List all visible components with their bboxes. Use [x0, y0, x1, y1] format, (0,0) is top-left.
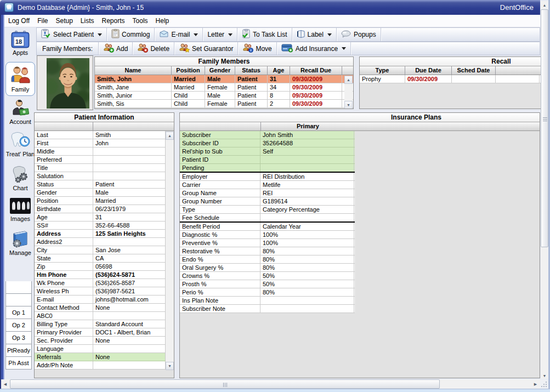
insurance-row[interactable]: Subscriber Note — [180, 305, 355, 313]
menu-item[interactable]: Reports — [98, 17, 129, 25]
patient-info-row[interactable]: Address2 — [35, 238, 166, 246]
patient-info-row[interactable]: Wk Phone (536)265-8587 — [35, 279, 166, 287]
insurance-row[interactable]: Rel'ship to Sub Self — [180, 147, 355, 156]
resize-grip[interactable] — [540, 379, 548, 389]
insurance-row[interactable]: Group Number G189614 — [180, 197, 355, 206]
menu-item[interactable]: Help — [152, 17, 173, 25]
insurance-row[interactable]: Prosth % 50% — [180, 280, 355, 288]
email-dropdown-arrow[interactable] — [194, 33, 198, 36]
patient-info-row[interactable]: SS# 352-66-4588 — [35, 221, 166, 230]
add-insurance-dropdown-arrow[interactable] — [342, 47, 346, 50]
patient-info-row[interactable]: Hm Phone (536)624-5871 — [35, 271, 166, 279]
patient-info-row[interactable]: Referrals None — [35, 353, 166, 361]
set-guarantor-button[interactable]: Set Guarantor — [174, 42, 237, 55]
recall-row[interactable]: Prophy 09/30/2009 — [360, 75, 541, 83]
insurance-row[interactable]: Carrier Metlife — [180, 181, 355, 189]
menu-item[interactable]: Lists — [77, 17, 98, 25]
operatory-button[interactable] — [5, 281, 32, 294]
patient-info-row[interactable]: State CA — [35, 254, 166, 263]
insurance-row[interactable]: Employer REI Distribution — [180, 173, 355, 181]
insurance-row[interactable]: Oral Surgery % 80% — [180, 264, 355, 272]
letter-dropdown-arrow[interactable] — [228, 33, 233, 36]
insurance-row[interactable]: Patient ID — [180, 156, 355, 164]
insurance-row[interactable]: Fee Schedule — [180, 214, 355, 223]
move-member-button[interactable]: Move — [238, 42, 276, 55]
patient-info-row[interactable]: Gender Male — [35, 189, 166, 197]
patient-info-row[interactable]: First John — [35, 139, 166, 147]
add-member-button[interactable]: Add — [99, 42, 132, 55]
patient-info-row[interactable]: Primary Provider DOC1 - Albert, Brian — [35, 328, 166, 337]
operatory-button[interactable]: Op 2 — [5, 319, 32, 332]
patient-info-row[interactable]: ABC0 — [35, 312, 166, 320]
family-member-row[interactable]: Smith, John Married Male Patient 31 09/3… — [95, 75, 353, 83]
patient-info-row[interactable]: Billing Type Standard Account — [35, 320, 166, 328]
menu-item[interactable]: Log Off — [4, 17, 33, 25]
insurance-row[interactable]: Type Category Percentage — [180, 206, 355, 214]
family-grid-scrollbar[interactable]: ▲ ▼ — [344, 76, 353, 109]
menu-item[interactable]: Tools — [129, 17, 152, 25]
commlog-button[interactable]: Commlog — [107, 28, 154, 41]
patient-info-row[interactable]: City San Jose — [35, 246, 166, 254]
select-patient-dropdown-arrow[interactable] — [98, 33, 102, 36]
popups-button[interactable]: Popups — [337, 28, 381, 41]
patient-info-row[interactable]: Wireless Ph (536)987-5621 — [35, 287, 166, 296]
window-horizontal-scrollbar[interactable]: ◀ ▶ — [1, 379, 540, 389]
patient-info-row[interactable]: Birthdate 06/23/1979 — [35, 205, 166, 213]
insurance-row[interactable]: Restorative % 80% — [180, 247, 355, 255]
operatory-button[interactable]: Op 3 — [5, 332, 32, 344]
delete-member-button[interactable]: Delete — [133, 42, 174, 55]
sidebar-item-treatplan[interactable]: Treat' Plan — [4, 132, 36, 157]
patient-info-row[interactable]: Position Married — [35, 197, 166, 205]
window-vertical-scrollbar[interactable]: ▲ ▼ — [541, 1, 548, 379]
scroll-up-icon[interactable]: ▲ — [166, 132, 174, 140]
sidebar-item-appts[interactable]: 18 Appts — [4, 31, 36, 56]
sidebar-item-manage[interactable]: Manage — [4, 230, 36, 256]
scroll-down-icon[interactable]: ▼ — [166, 362, 174, 370]
insurance-row[interactable]: Group Name REI — [180, 189, 355, 197]
insurance-row[interactable]: Endo % 80% — [180, 255, 355, 264]
insurance-row[interactable]: Crowns % 50% — [180, 272, 355, 280]
insurance-row[interactable]: Subscriber ID 352664588 — [180, 139, 355, 147]
patient-info-row[interactable]: Salutation — [35, 172, 166, 180]
sidebar-item-family[interactable]: Family — [5, 62, 35, 96]
patient-info-row[interactable]: Status Patient — [35, 180, 166, 189]
sidebar-item-account[interactable]: Account — [4, 99, 36, 125]
sidebar-item-images[interactable]: Images — [4, 197, 36, 222]
scroll-down-icon[interactable]: ▼ — [344, 101, 353, 109]
operatory-button[interactable] — [5, 294, 32, 306]
patient-info-row[interactable]: Language — [35, 345, 166, 353]
patient-info-row[interactable]: Addr/Ph Note — [35, 361, 166, 370]
family-member-row[interactable]: Smith, Jane Married Female Patient 34 09… — [95, 83, 353, 92]
operatory-button[interactable]: Op 1 — [5, 306, 32, 319]
patient-info-scrollbar[interactable]: ▲ ▼ — [166, 132, 174, 370]
letter-button[interactable]: Letter — [203, 28, 237, 41]
operatory-button[interactable]: PtReady — [5, 344, 32, 357]
insurance-row[interactable]: Pending — [180, 164, 355, 173]
scroll-right-icon[interactable]: ▶ — [531, 380, 540, 388]
scroll-down-icon[interactable]: ▼ — [541, 372, 548, 379]
email-button[interactable]: E-mail — [155, 28, 202, 41]
patient-info-row[interactable]: Contact Method None — [35, 304, 166, 312]
insurance-row[interactable]: Perio % 80% — [180, 288, 355, 297]
patient-info-row[interactable]: Title — [35, 164, 166, 172]
horizontal-scroll-thumb[interactable] — [10, 379, 440, 389]
to-task-list-button[interactable]: To Task List — [237, 28, 291, 41]
patient-info-row[interactable]: Middle — [35, 147, 166, 156]
scroll-up-icon[interactable]: ▲ — [344, 76, 353, 84]
label-button[interactable]: Label — [292, 28, 336, 41]
family-member-row[interactable]: Smith, Junior Child Male Patient 8 09/30… — [95, 92, 353, 100]
insurance-row[interactable]: Subscriber John Smith — [180, 131, 355, 139]
insurance-row[interactable]: Diagnostic % 100% — [180, 231, 355, 239]
patient-info-row[interactable]: Sec. Provider None — [35, 337, 166, 345]
patient-info-row[interactable]: Age 31 — [35, 213, 166, 221]
patient-info-row[interactable]: Zip 05698 — [35, 263, 166, 271]
menu-item[interactable]: File — [33, 17, 52, 25]
patient-info-row[interactable]: Last Smith — [35, 131, 166, 139]
vertical-scroll-thumb[interactable] — [541, 9, 548, 247]
select-patient-button[interactable]: Select Patient — [37, 28, 106, 41]
sidebar-item-chart[interactable]: Chart — [4, 166, 36, 191]
add-insurance-button[interactable]: Add Insurance — [277, 42, 350, 55]
patient-info-row[interactable]: Preferred — [35, 156, 166, 164]
operatory-button[interactable]: Ph Asst — [5, 357, 32, 370]
patient-info-row[interactable]: E-mail johns@hotmail.com — [35, 296, 166, 304]
